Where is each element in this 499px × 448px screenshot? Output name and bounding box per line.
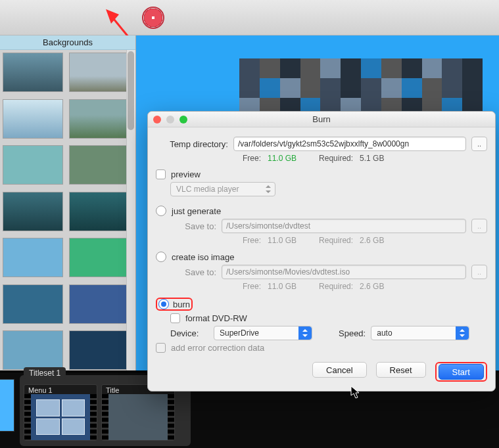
dialog-titlebar[interactable]: Burn [148, 112, 495, 127]
bg-thumb[interactable] [3, 145, 63, 185]
just-generate-radio[interactable] [156, 206, 166, 216]
bg-thumb[interactable] [69, 284, 130, 324]
bg-thumb[interactable] [3, 99, 63, 139]
create-iso-browse-button: .. [471, 265, 487, 279]
chevron-updown-icon [262, 183, 275, 196]
toolbar-burn[interactable] [139, 4, 167, 32]
temp-dir-input[interactable] [233, 137, 466, 151]
burn-disc-icon [142, 7, 164, 29]
create-iso-path-input [222, 265, 466, 279]
titleset-label: Titleset 1 [24, 367, 66, 379]
preview-player-select: VLC media player [170, 182, 275, 196]
toolbar [0, 0, 499, 35]
dialog-title: Burn [148, 114, 495, 124]
temp-dir-browse-button[interactable]: .. [471, 137, 487, 151]
background-thumbnail-grid [0, 50, 135, 377]
pixelated-content [239, 58, 483, 118]
just-generate-label: just generate [172, 206, 221, 216]
mouse-cursor-icon [350, 386, 361, 399]
create-iso-radio[interactable] [156, 252, 166, 262]
chevron-updown-icon [298, 326, 312, 340]
menu-clip[interactable]: Menu 1 [24, 384, 97, 441]
preview-label: preview [171, 169, 201, 179]
free-label: Free: [243, 154, 261, 163]
toolbar-tools[interactable] [95, 4, 122, 32]
cancel-button[interactable]: Cancel [312, 362, 366, 378]
just-generate-path-input [222, 219, 466, 233]
speed-select[interactable]: auto [371, 326, 469, 340]
toolbar-preferences[interactable] [50, 4, 78, 32]
create-iso-label: create iso image [172, 252, 234, 262]
device-select[interactable]: SuperDrive [214, 326, 312, 340]
device-value: SuperDrive [220, 328, 259, 338]
speed-value: auto [377, 328, 392, 338]
required-value: 5.1 GB [360, 154, 384, 163]
burn-radio[interactable] [158, 299, 169, 309]
title-clip-label: Title [106, 386, 119, 394]
reset-button[interactable]: Reset [376, 362, 426, 378]
bg-thumb[interactable] [69, 330, 130, 370]
chevron-updown-icon [456, 326, 469, 340]
preview-player-value: VLC media player [176, 185, 239, 194]
annotation-highlight: burn [156, 298, 193, 311]
device-label: Device: [170, 328, 208, 338]
bg-thumb[interactable] [69, 145, 130, 185]
bg-thumb[interactable] [3, 284, 63, 324]
format-dvdrw-checkbox[interactable] [170, 313, 180, 323]
bg-thumb[interactable] [3, 330, 63, 370]
just-generate-browse-button: .. [471, 219, 487, 233]
title-clip[interactable]: Title [101, 384, 175, 441]
bg-thumb[interactable] [3, 238, 63, 277]
temp-dir-label: Temp directory: [156, 139, 228, 149]
free-value: 11.0 GB [268, 154, 297, 163]
error-correction-label: add error correction data [171, 343, 264, 353]
timeline-thumb[interactable] [0, 379, 14, 432]
bg-thumb[interactable] [69, 192, 130, 231]
error-correction-checkbox [156, 343, 166, 353]
sidebar-title: Backgrounds [0, 35, 135, 50]
menu-clip-label: Menu 1 [28, 386, 53, 394]
start-button[interactable]: Start [439, 364, 484, 380]
toolbar-add-film[interactable] [221, 4, 249, 32]
annotation-highlight: Start [435, 362, 487, 382]
bg-thumb[interactable] [69, 238, 130, 277]
toolbar-save[interactable] [5, 4, 33, 32]
bg-thumb[interactable] [3, 192, 63, 231]
required-label: Required: [319, 154, 353, 163]
burn-label: burn [173, 300, 190, 309]
preview-checkbox[interactable] [156, 169, 166, 179]
burn-dialog: Burn Temp directory: .. Free: 11.0 GB Re… [147, 111, 496, 392]
saveto-label: Save to: [170, 221, 216, 231]
bg-thumb[interactable] [69, 99, 130, 139]
sidebar-scrollbar[interactable] [126, 50, 135, 377]
speed-label: Speed: [339, 328, 366, 338]
saveto-label: Save to: [170, 267, 216, 277]
bg-thumb[interactable] [69, 53, 130, 92]
format-dvdrw-label: format DVD-RW [185, 313, 247, 323]
bg-thumb[interactable] [3, 53, 63, 92]
